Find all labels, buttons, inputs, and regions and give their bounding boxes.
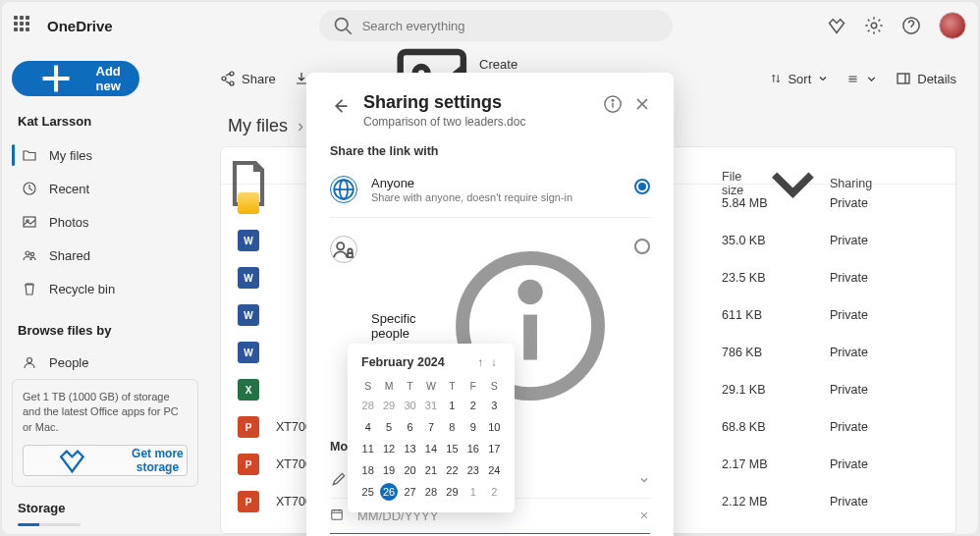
calendar-day[interactable]: 23	[463, 459, 483, 481]
help-icon[interactable]	[901, 16, 921, 35]
calendar-day[interactable]: 14	[420, 438, 441, 459]
calendar-day[interactable]: 31	[420, 395, 441, 416]
view-button[interactable]	[846, 73, 878, 85]
file-type-icon	[221, 192, 276, 214]
calendar-day[interactable]: 28	[420, 481, 441, 503]
calendar-day[interactable]: 8	[442, 416, 463, 438]
file-size: 35.0 KB	[722, 234, 830, 247]
calendar-day[interactable]: 2	[463, 395, 483, 416]
sidebar-item-label: Recent	[49, 182, 89, 196]
add-new-label: Add new	[92, 64, 124, 93]
browse-header: Browse files by	[18, 323, 192, 338]
calendar-day[interactable]: 21	[420, 459, 441, 481]
svg-point-0	[335, 19, 348, 31]
share-button[interactable]: Share	[220, 71, 276, 86]
svg-rect-32	[348, 253, 353, 257]
calendar-day[interactable]: 1	[442, 395, 463, 416]
file-type-icon: P	[221, 416, 276, 438]
file-type-icon: P	[221, 454, 276, 475]
storage-usage: 34.6 GB used of 100 GB (34%)	[18, 532, 192, 534]
back-icon[interactable]	[330, 96, 350, 116]
search-input[interactable]	[362, 19, 659, 33]
sidebar-item-photos[interactable]: Photos	[12, 205, 198, 239]
calendar-day[interactable]: 20	[400, 459, 420, 481]
calendar-day[interactable]: 4	[357, 416, 378, 438]
file-sharing: Private	[830, 234, 938, 247]
svg-point-10	[30, 252, 33, 255]
svg-point-2	[871, 23, 877, 28]
people-icon	[22, 247, 37, 263]
svg-line-1	[346, 29, 351, 34]
promo-text: Get 1 TB (1000 GB) of storage and the la…	[23, 390, 188, 435]
calendar-day[interactable]: 6	[400, 416, 420, 438]
file-sharing: Private	[830, 308, 938, 322]
calendar-day[interactable]: 17	[484, 438, 505, 459]
get-more-label: Get more storage	[129, 447, 187, 474]
col-sharing[interactable]: Sharing	[830, 177, 938, 190]
radio-unselected[interactable]	[634, 239, 650, 254]
calendar-day[interactable]: 26	[378, 481, 399, 503]
calendar-day[interactable]: 16	[463, 438, 483, 459]
file-size: 786 KB	[722, 346, 830, 359]
storage-used-link[interactable]: 34.6 GB	[18, 532, 57, 534]
premium-icon[interactable]	[827, 16, 846, 35]
sidebar-item-label: Shared	[49, 248, 90, 263]
sort-button[interactable]: Sort	[770, 72, 829, 86]
svg-point-30	[337, 242, 344, 249]
search-icon	[333, 16, 353, 35]
file-sharing: Private	[830, 346, 938, 359]
sidebar-item-label: People	[49, 355, 88, 370]
avatar[interactable]	[939, 12, 966, 39]
calendar-day[interactable]: 1	[463, 481, 483, 503]
calendar-day[interactable]: 2	[484, 481, 505, 503]
calendar-day[interactable]: 22	[442, 459, 463, 481]
calendar-day[interactable]: 3	[484, 395, 505, 416]
radio-selected[interactable]	[634, 179, 650, 194]
sidebar-item-recent[interactable]: Recent	[12, 172, 198, 205]
sidebar-item-recycle-bin[interactable]: Recycle bin	[12, 272, 198, 305]
calendar-month[interactable]: February 2024	[361, 355, 474, 369]
settings-icon[interactable]	[864, 16, 884, 35]
prev-month-icon[interactable]: ↑	[474, 356, 488, 368]
add-new-button[interactable]: Add new	[12, 61, 139, 96]
date-picker[interactable]: February 2024 ↑ ↓ SMTWTFS 28293031123456…	[348, 344, 515, 512]
sidebar-item-my-files[interactable]: My files	[12, 138, 198, 172]
sidebar-item-shared[interactable]: Shared	[12, 239, 198, 272]
sidebar-item-label: My files	[49, 148, 92, 163]
folder-icon	[22, 147, 37, 163]
calendar-day[interactable]: 29	[442, 481, 463, 503]
sidebar-item-people[interactable]: People	[12, 346, 198, 379]
clear-icon[interactable]	[638, 508, 650, 525]
next-month-icon[interactable]: ↓	[487, 356, 501, 368]
svg-point-11	[27, 358, 32, 363]
calendar-day[interactable]: 30	[400, 395, 420, 416]
file-sharing: Private	[830, 196, 938, 210]
calendar-day[interactable]: 28	[357, 395, 378, 416]
info-icon[interactable]	[603, 94, 623, 114]
calendar-day[interactable]: 9	[463, 416, 483, 438]
breadcrumb-root[interactable]: My files	[228, 116, 288, 136]
calendar-day[interactable]: 11	[357, 438, 378, 459]
calendar-day[interactable]: 7	[420, 416, 441, 438]
calendar-day[interactable]: 18	[357, 459, 378, 481]
get-more-storage-button[interactable]: Get more storage	[23, 445, 188, 476]
svg-point-12	[230, 72, 234, 76]
file-type-icon: P	[221, 491, 276, 512]
calendar-day[interactable]: 13	[400, 438, 420, 459]
calendar-day[interactable]: 15	[442, 438, 463, 459]
clock-icon	[22, 181, 37, 196]
share-option-anyone[interactable]: Anyone Share with anyone, doesn't requir…	[330, 168, 650, 211]
calendar-day[interactable]: 24	[484, 459, 505, 481]
calendar-day[interactable]: 19	[378, 459, 399, 481]
storage-bar	[18, 523, 81, 526]
calendar-day[interactable]: 12	[378, 438, 399, 459]
close-icon[interactable]	[632, 94, 652, 114]
calendar-day[interactable]: 29	[378, 395, 399, 416]
details-button[interactable]: Details	[896, 71, 956, 86]
share-with-label: Share the link with	[330, 144, 650, 158]
calendar-day[interactable]: 25	[357, 481, 378, 503]
calendar-day[interactable]: 27	[400, 481, 420, 503]
calendar-day[interactable]: 10	[484, 416, 505, 438]
app-launcher-icon[interactable]	[14, 16, 33, 35]
calendar-day[interactable]: 5	[378, 416, 399, 438]
